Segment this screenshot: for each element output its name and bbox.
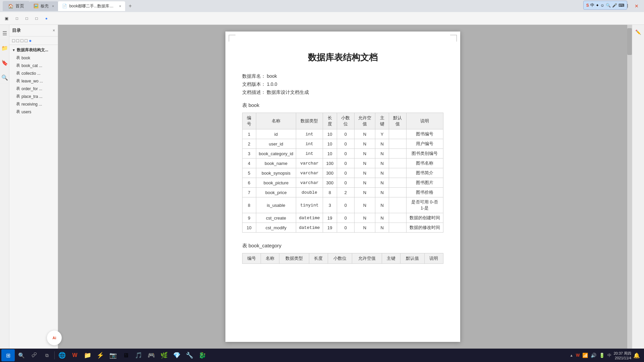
tab-home[interactable]: 🏠 首页	[3, 1, 30, 11]
col2-name: 名称	[261, 253, 279, 264]
taskbar-clock[interactable]: 20:37 周四 2021/11/4	[613, 351, 631, 360]
col2-no: 编号	[242, 253, 261, 264]
taskbar-search[interactable]: 🔍	[15, 349, 28, 361]
taskbar-app3[interactable]: 🖥	[120, 349, 132, 361]
col2-type: 数据类型	[279, 253, 309, 264]
table-row: 7book_pricedouble82NN图书价格	[242, 188, 443, 197]
section-title-book: 表 book	[242, 102, 443, 109]
ime-icon[interactable]: 中	[607, 353, 611, 358]
taskbar-app2[interactable]: 📷	[107, 349, 119, 361]
taskbar-cortana[interactable]: 🗪	[28, 349, 40, 361]
toolbar-box-icon[interactable]: ▣	[2, 15, 11, 22]
tab-wallpaper-close[interactable]: ×	[52, 4, 54, 8]
meta-version: 文档版本： 1.0.0	[242, 81, 443, 87]
close-button[interactable]: ✕	[632, 1, 641, 11]
table-row: 4book_namevarchar1000NN图书名称	[242, 159, 443, 168]
tree-item-collectio-label: collectio ...	[21, 71, 41, 76]
sougou-icon1[interactable]: ☺	[600, 3, 604, 8]
cortana-icon: 🗪	[32, 352, 37, 358]
toolbar-btn2[interactable]: □	[23, 15, 31, 22]
tab-wallpaper[interactable]: 🖼️ 板壳 ×	[30, 1, 58, 11]
browser-chrome: 🏠 首页 🖼️ 板壳 × 📄 book都哪二手...数据库文档1.1 × + —…	[0, 0, 644, 12]
sidebar-icon2[interactable]: □	[16, 38, 19, 43]
taskbar: ⊞ 🔍 🗪 ⧉ 🌐 W 📁 ⚡ 📷 🖥 🎵 🎮 🌿 💎 🔧 🐉	[0, 349, 644, 362]
table-row: 2user_idint100NN用户编号	[242, 139, 443, 149]
taskbar-wps[interactable]: W	[69, 349, 81, 361]
sidebar-tree: ▼ 数据库表结构文... 表 book 表 book_cat ... 表 col…	[9, 45, 58, 349]
sougou-icon4[interactable]: ⌨	[619, 3, 624, 8]
start-button[interactable]: ⊞	[1, 349, 15, 361]
tree-item-leave-wo-label: leave_wo ...	[21, 79, 43, 83]
table-icon-book-cat: 表	[16, 63, 20, 68]
taskbar-date-value: 2021/11/4	[613, 356, 631, 360]
sougou-bar[interactable]: S 中 ✦ ☺ 🔍 🎤 ⌨	[583, 1, 627, 10]
ai-label: Ai	[53, 336, 56, 340]
sidebar-icon5[interactable]: ●	[29, 38, 32, 43]
toolbar-btn-blue[interactable]: ●	[43, 15, 50, 22]
tree-item-book-cat[interactable]: 表 book_cat ...	[9, 62, 58, 69]
wps-tray-icon[interactable]: W	[576, 353, 580, 358]
sidebar-tool-search[interactable]: 🔍	[0, 72, 10, 84]
sidebar-tool-folder[interactable]: 📁	[0, 42, 10, 54]
col2-desc: 说明	[425, 253, 443, 264]
tree-item-root-label: 数据库表结构文...	[17, 47, 48, 53]
meta-desc-label: 文档描述：	[242, 89, 266, 95]
page-scroll-area[interactable]: 数据库表结构文档 数据库名： book 文档版本： 1.0.0 文档描述： 数据…	[58, 25, 627, 349]
taskbar-app7[interactable]: 💎	[171, 349, 183, 361]
sidebar-icon4[interactable]: □	[24, 38, 27, 43]
table-icon-place-tra: 表	[16, 94, 20, 99]
taskbar-app6[interactable]: 🌿	[158, 349, 170, 361]
taskbar-ie[interactable]: 🌐	[56, 349, 68, 361]
sidebar-icon1[interactable]: □	[12, 38, 15, 43]
taskbar-sep1	[54, 351, 55, 359]
toolbar-btn3[interactable]: □	[33, 15, 41, 22]
scrollbar-thumb[interactable]	[627, 28, 632, 55]
table-icon-receiving: 表	[16, 101, 20, 107]
taskbar-taskview[interactable]: ⧉	[41, 349, 53, 361]
table-book-category: 编号 名称 数据类型 长度 小数位 允许空值 主键 默认值 说明	[242, 253, 443, 264]
taskbar-app4[interactable]: 🎵	[132, 349, 145, 361]
sougou-icon3[interactable]: 🎤	[612, 3, 617, 8]
tree-item-book[interactable]: 表 book	[9, 54, 58, 62]
network-icon[interactable]: 📶	[582, 353, 588, 358]
table-icon-leave-wo: 表	[16, 78, 20, 84]
table-row: 3book_category_idint100NN图书类别编号	[242, 149, 443, 159]
tab-pdf[interactable]: 📄 book都哪二手...数据库文档1.1 ×	[58, 1, 125, 11]
sys-up-icon[interactable]: ▲	[570, 353, 573, 357]
col2-len: 长度	[309, 253, 328, 264]
toolbar-btn1[interactable]: □	[13, 15, 21, 22]
sidebar-tool-bookmark[interactable]: 🔖	[0, 57, 10, 69]
taskbar-explorer[interactable]: 📁	[82, 349, 94, 361]
tree-item-receiving[interactable]: 表 receiving ...	[9, 100, 58, 108]
new-tab-button[interactable]: +	[125, 1, 135, 11]
tree-item-leave-wo[interactable]: 表 leave_wo ...	[9, 77, 58, 85]
tab-pdf-close[interactable]: ×	[119, 4, 121, 8]
sougou-icon2[interactable]: 🔍	[606, 3, 611, 8]
taskbar-app8[interactable]: 🔧	[183, 349, 196, 361]
ai-badge[interactable]: Ai	[47, 330, 62, 345]
sound-icon[interactable]: 🔊	[591, 353, 596, 358]
sidebar-icon3[interactable]: □	[20, 38, 23, 43]
expand-icon: ▼	[12, 48, 15, 52]
notification-icon[interactable]: 🔔	[633, 352, 640, 359]
taskbar-app1[interactable]: ⚡	[94, 349, 106, 361]
taskbar-app9[interactable]: 🐉	[196, 349, 208, 361]
tree-item-place-tra[interactable]: 表 place_tra ...	[9, 93, 58, 100]
sidebar-close-button[interactable]: ×	[53, 28, 55, 33]
sidebar-tool-file[interactable]: ☰	[0, 27, 9, 40]
col-len: 长度	[323, 113, 337, 129]
tree-item-root[interactable]: ▼ 数据库表结构文...	[9, 46, 58, 54]
tab-pdf-label: book都哪二手...数据库文档1.1	[69, 3, 116, 9]
vertical-scrollbar[interactable]	[627, 25, 632, 349]
ie-icon: 🌐	[58, 352, 66, 359]
taskbar-app5[interactable]: 🎮	[145, 349, 157, 361]
tree-item-users[interactable]: 表 users	[9, 108, 58, 116]
rt-btn-edit[interactable]: ✏️	[634, 27, 643, 37]
app2-icon: 📷	[109, 352, 117, 359]
tab-wallpaper-icon: 🖼️	[34, 4, 39, 8]
wps-toolbar: ▣ □ □ □ ●	[0, 12, 644, 25]
tree-item-order-for[interactable]: 表 order_for ...	[9, 85, 58, 93]
battery-icon[interactable]: 🔋	[599, 353, 605, 358]
pdf-icon: 📄	[62, 4, 67, 8]
tree-item-collectio[interactable]: 表 collectio ...	[9, 69, 58, 77]
